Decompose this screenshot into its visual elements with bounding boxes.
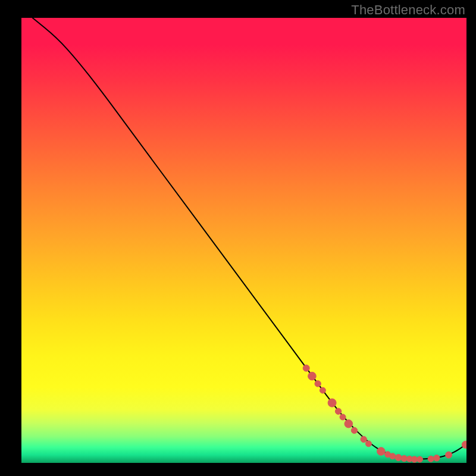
data-point <box>416 456 422 462</box>
data-point <box>303 365 309 371</box>
data-point <box>351 427 357 433</box>
data-point <box>365 441 371 447</box>
chart-curve <box>33 18 466 459</box>
chart-svg <box>21 18 466 463</box>
chart-plot-area <box>21 18 466 463</box>
data-point <box>345 419 353 428</box>
data-point <box>328 399 336 407</box>
data-point <box>340 414 346 420</box>
watermark-text: TheBottleneck.com <box>351 2 465 18</box>
data-point <box>390 453 396 459</box>
data-point <box>446 452 452 458</box>
data-point <box>377 447 386 456</box>
data-point <box>361 436 367 442</box>
data-point <box>462 441 466 448</box>
data-point <box>428 456 434 462</box>
data-point <box>320 387 325 393</box>
data-point <box>395 455 402 461</box>
data-point <box>315 381 321 387</box>
data-point <box>434 455 440 461</box>
chart-data-points <box>303 365 466 462</box>
data-point <box>335 408 341 414</box>
data-point <box>308 372 317 380</box>
